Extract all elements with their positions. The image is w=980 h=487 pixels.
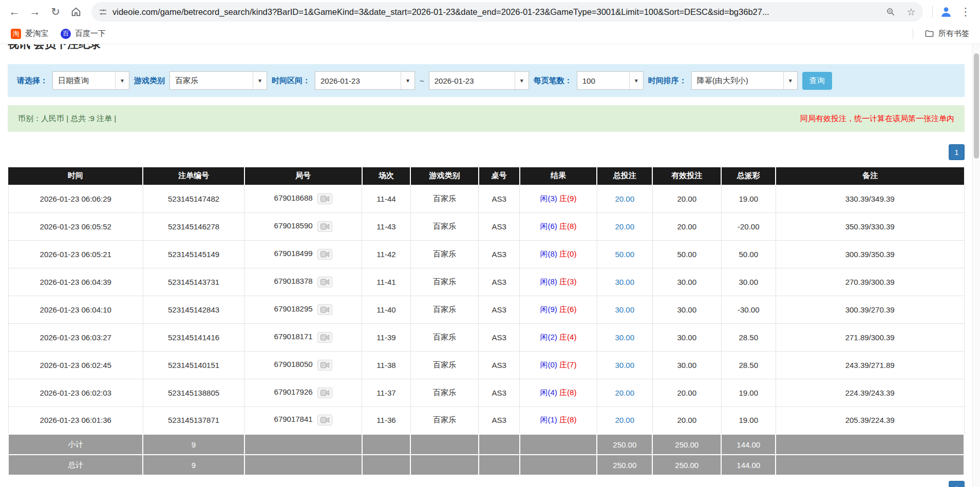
video-replay-icon[interactable] [317, 332, 332, 343]
video-replay-icon[interactable] [317, 193, 332, 204]
cell-session: 11-37 [362, 379, 411, 406]
cell-session: 11-42 [362, 240, 411, 268]
summary-empty-game [410, 455, 478, 475]
summary-count: 9 [143, 455, 244, 475]
cell-game-type: 百家乐 [410, 185, 478, 212]
cell-note: 300.39/270.39 [776, 296, 964, 323]
page-title-clip: 视讯 会员下注纪录 [8, 44, 965, 51]
chevron-down-icon[interactable]: ▾ [115, 72, 129, 89]
player-result: 闲(2) [540, 333, 557, 341]
pagination-page-1-button-bottom[interactable]: 1 [949, 481, 965, 487]
cell-round-id: 679018171 [244, 323, 362, 351]
video-replay-icon[interactable] [317, 277, 332, 287]
player-result: 闲(9) [540, 305, 557, 314]
page-title: 视讯 会员下注纪录 [8, 44, 965, 51]
summary-empty-table [479, 455, 520, 475]
cell-session: 11-36 [362, 406, 411, 434]
video-replay-icon[interactable] [317, 360, 332, 371]
banker-result: 庄(8) [559, 415, 576, 424]
video-replay-icon[interactable] [317, 249, 332, 260]
chevron-down-icon[interactable]: ▾ [253, 72, 267, 89]
summary-count: 9 [143, 434, 244, 455]
query-type-select[interactable]: 日期查询 ▾ [52, 71, 129, 90]
round-id-text: 679018171 [274, 332, 313, 341]
bookmark-label: 爱淘宝 [25, 29, 48, 38]
total-bet-link[interactable]: 20.00 [615, 222, 635, 231]
total-bet-link[interactable]: 30.00 [615, 305, 635, 314]
cell-bet-id: 523145147482 [143, 185, 244, 212]
zoom-icon[interactable] [883, 4, 898, 20]
total-bet-link[interactable]: 30.00 [615, 333, 635, 342]
forward-icon[interactable]: → [26, 3, 44, 21]
total-bet-link[interactable]: 30.00 [615, 278, 635, 286]
date-end-input[interactable]: 2026-01-23 ▾ [429, 71, 529, 90]
column-header: 桌号 [479, 167, 520, 185]
table-row: 2026-01-23 06:05:52523145146278679018590… [8, 212, 964, 240]
total-bet-link[interactable]: 20.00 [615, 194, 635, 203]
cell-total-bet: 30.00 [597, 268, 652, 296]
pagination-top: 1 [8, 144, 965, 160]
refresh-icon[interactable]: ↻ [46, 3, 65, 21]
cell-table-id: AS3 [479, 379, 520, 406]
bookmark-star-icon[interactable]: ☆ [903, 4, 919, 20]
total-bet-link[interactable]: 20.00 [615, 388, 635, 397]
game-type-select[interactable]: 百家乐 ▾ [169, 71, 267, 90]
table-row: 2026-01-23 06:02:03523145138805679017926… [8, 379, 964, 406]
site-info-icon[interactable] [99, 8, 107, 16]
all-bookmarks-button[interactable]: 所有书签 [919, 27, 974, 41]
column-header: 结果 [520, 167, 597, 185]
summary-empty-round [244, 434, 362, 455]
video-replay-icon[interactable] [317, 387, 332, 398]
summary-payout: 144.00 [721, 455, 776, 475]
summary-label: 总计 [8, 455, 143, 475]
player-result: 闲(0) [540, 360, 557, 369]
browser-toolbar: ← → ↻ videoie.com/game/betrecord_search/… [0, 0, 980, 24]
player-result: 闲(8) [540, 277, 557, 286]
cell-bet-id: 523145137871 [143, 406, 244, 434]
cell-total-bet: 30.00 [597, 323, 652, 351]
url-bar[interactable]: videoie.com/game/betrecord_search/kind3?… [91, 2, 923, 22]
cell-round-id: 679017841 [244, 406, 362, 434]
cell-round-id: 679018590 [244, 212, 362, 240]
search-button[interactable]: 查询 [802, 72, 832, 90]
table-row: 2026-01-23 06:04:10523145142843679018295… [8, 296, 964, 323]
cell-payout: 50.00 [721, 240, 776, 268]
total-bet-link[interactable]: 50.00 [615, 250, 635, 259]
chevron-down-icon[interactable]: ▾ [515, 72, 529, 89]
menu-dots-icon[interactable]: ⋮ [956, 3, 975, 21]
banker-result: 庄(8) [559, 388, 576, 397]
date-range-tilde: ~ [420, 76, 424, 85]
cell-table-id: AS3 [479, 212, 520, 240]
video-replay-icon[interactable] [317, 415, 332, 425]
chevron-down-icon[interactable]: ▾ [783, 72, 797, 89]
total-bet-link[interactable]: 20.00 [615, 416, 635, 424]
table-row: 2026-01-23 06:03:27523145141416679018171… [8, 323, 964, 351]
video-replay-icon[interactable] [317, 304, 332, 315]
cell-total-bet: 50.00 [597, 240, 652, 268]
scrollbar-thumb[interactable] [974, 53, 979, 159]
date-start-input[interactable]: 2026-01-23 ▾ [315, 71, 415, 90]
home-icon[interactable] [67, 3, 85, 21]
cell-round-id: 679018378 [244, 268, 362, 296]
per-page-select[interactable]: 100 ▾ [577, 71, 644, 90]
table-row: 2026-01-23 06:06:29523145147482679018688… [8, 185, 964, 212]
round-id-text: 679018499 [274, 249, 313, 258]
pagination-page-1-button[interactable]: 1 [949, 144, 965, 160]
bookmark-item-baidu[interactable]: 百 百度一下 [56, 27, 110, 41]
game-type-label: 游戏类别 [134, 76, 165, 86]
total-bet-link[interactable]: 30.00 [615, 361, 635, 369]
back-icon[interactable]: ← [5, 3, 24, 21]
sort-select[interactable]: 降幂(由大到小) ▾ [691, 71, 798, 90]
cell-bet-id: 523145142843 [143, 296, 244, 323]
scrollbar[interactable] [972, 44, 980, 487]
cell-note: 350.39/330.39 [776, 212, 964, 240]
chevron-down-icon[interactable]: ▾ [401, 72, 414, 89]
chevron-down-icon[interactable]: ▾ [629, 72, 643, 89]
cell-valid-bet: 30.00 [652, 323, 721, 351]
profile-avatar-icon[interactable] [938, 4, 954, 20]
banker-result: 庄(8) [559, 222, 576, 230]
bookmark-item-taobao[interactable]: 淘 爱淘宝 [6, 27, 53, 41]
summary-empty-result [520, 455, 597, 475]
cell-note: 270.39/300.39 [776, 268, 964, 296]
video-replay-icon[interactable] [317, 221, 332, 232]
